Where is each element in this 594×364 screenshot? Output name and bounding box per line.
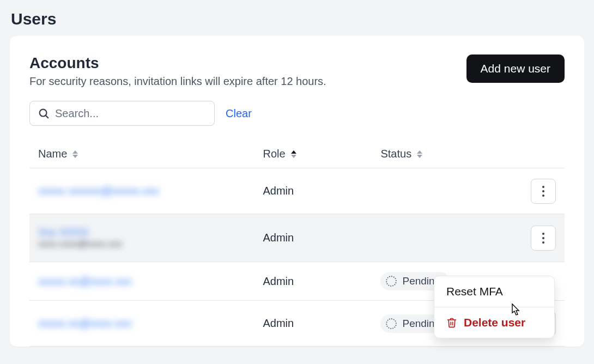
search-input[interactable]	[55, 107, 207, 120]
user-role: Admin	[254, 214, 372, 262]
trash-icon	[446, 317, 457, 328]
user-name-redacted: xxxxx.xx@xxxx.xxx	[38, 317, 131, 329]
column-header-role[interactable]: Role	[263, 148, 363, 160]
page-title: Users	[0, 0, 594, 36]
delete-user-menu-item[interactable]: Delete user	[434, 307, 554, 338]
row-actions-menu: Reset MFA Delete user	[434, 276, 555, 338]
sort-indicator-icon	[291, 150, 296, 158]
svg-line-1	[46, 116, 48, 118]
reset-mfa-menu-item[interactable]: Reset MFA	[434, 276, 554, 307]
card-title: Accounts	[29, 54, 326, 72]
add-user-button[interactable]: Add new user	[466, 54, 565, 83]
column-header-name[interactable]: Name	[38, 148, 245, 160]
search-icon	[38, 107, 50, 119]
user-name-redacted: xxxxx.xx@xxxx.xxx	[38, 275, 131, 287]
user-role: Admin	[254, 168, 372, 214]
sort-indicator-icon	[72, 150, 78, 158]
user-name-redacted: Xxx XXXXxxxx.xxxx@xxxx.xxx	[38, 226, 245, 250]
search-row: Clear	[29, 101, 565, 126]
card-subtitle: For security reasons, invitation links w…	[29, 75, 326, 88]
table-row: xxxxx xxxxxx@xxxxx.xxx Admin	[29, 168, 565, 214]
clear-search-link[interactable]: Clear	[226, 107, 252, 120]
user-role: Admin	[254, 262, 372, 301]
card-header: Accounts For security reasons, invitatio…	[29, 54, 565, 88]
row-actions-button[interactable]	[531, 226, 556, 251]
sort-indicator-icon	[417, 150, 422, 158]
user-name-redacted: xxxxx xxxxxx@xxxxx.xxx	[38, 185, 159, 197]
pending-icon	[386, 276, 397, 287]
user-role: Admin	[254, 301, 372, 347]
table-header-row: Name Role Status	[29, 141, 565, 168]
table-row: Xxx XXXXxxxx.xxxx@xxxx.xxx Admin	[29, 214, 565, 262]
pending-icon	[386, 318, 397, 329]
column-header-status[interactable]: Status	[380, 148, 502, 160]
search-field-wrapper[interactable]	[29, 101, 215, 126]
row-actions-button[interactable]	[531, 179, 556, 204]
